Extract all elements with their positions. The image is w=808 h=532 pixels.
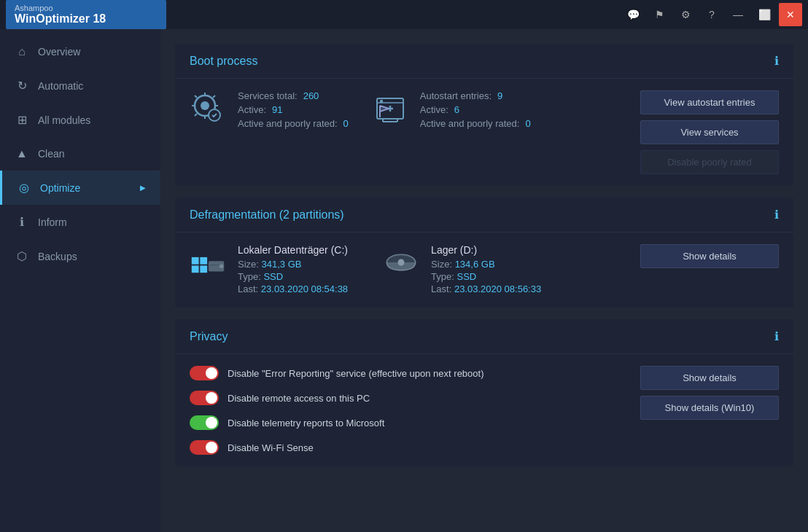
toggle-label-1: Disable remote access on this PC bbox=[228, 393, 370, 404]
sidebar-item-optimize[interactable]: ◎ Optimize ▶ bbox=[0, 171, 160, 205]
sidebar-item-label: Clean bbox=[38, 148, 65, 160]
privacy-show-details-button[interactable]: Show details bbox=[640, 366, 779, 390]
autostart-item: Autostart entries: 9 Active: 6 Active an… bbox=[372, 90, 531, 132]
services-total-label: Services total: bbox=[238, 90, 298, 101]
app-company: Ashampoo bbox=[15, 4, 53, 12]
autostart-poorrated-label: Active and poorly rated: bbox=[420, 118, 520, 129]
drive-d-last-label: Last: bbox=[431, 283, 451, 294]
sidebar-item-label: Automatic bbox=[38, 80, 83, 92]
autostart-entries-value: 9 bbox=[497, 90, 502, 101]
sidebar-item-backups[interactable]: ⬡ Backups bbox=[0, 239, 160, 273]
sidebar: ⌂ Overview ↻ Automatic ⊞ All modules ▲ C… bbox=[0, 29, 160, 532]
drive-c-last-label: Last: bbox=[238, 283, 258, 294]
flag-icon[interactable]: ⚑ bbox=[648, 3, 671, 26]
drive-d-name: Lager (D:) bbox=[431, 244, 541, 256]
boot-info-icon[interactable]: ℹ bbox=[774, 54, 779, 68]
sidebar-item-label: Inform bbox=[38, 216, 67, 228]
disable-poorly-rated-button[interactable]: Disable poorly rated bbox=[640, 150, 779, 174]
toggle-remote-access[interactable] bbox=[190, 391, 219, 405]
chat-icon[interactable]: 💬 bbox=[621, 3, 645, 26]
modules-icon: ⊞ bbox=[15, 113, 29, 127]
drive-c-info: Lokaler Datenträger (C:) Size: 341,3 GB … bbox=[238, 244, 348, 296]
drive-c-last-value: 23.03.2020 08:54:38 bbox=[261, 283, 348, 294]
sidebar-item-label: Backups bbox=[38, 251, 77, 262]
svg-point-10 bbox=[220, 265, 223, 268]
services-active-value: 91 bbox=[272, 104, 282, 115]
toggle-label-2: Disable telemetry reports to Microsoft bbox=[228, 418, 384, 429]
drive-d-type-value: SSD bbox=[457, 271, 477, 282]
drive-d-size-label: Size: bbox=[431, 259, 452, 270]
view-services-button[interactable]: View services bbox=[640, 120, 779, 144]
sidebar-nav: ⌂ Overview ↻ Automatic ⊞ All modules ▲ C… bbox=[0, 29, 160, 532]
clean-icon: ▲ bbox=[15, 147, 29, 160]
sidebar-item-overview[interactable]: ⌂ Overview bbox=[0, 35, 160, 69]
drive-c-name: Lokaler Datenträger (C:) bbox=[238, 244, 348, 256]
help-icon[interactable]: ? bbox=[700, 3, 723, 26]
sidebar-item-clean[interactable]: ▲ Clean bbox=[0, 137, 160, 171]
services-icon bbox=[190, 90, 226, 127]
toggle-error-reporting[interactable] bbox=[190, 366, 219, 380]
services-poorrated-value: 0 bbox=[343, 118, 349, 129]
toggle-telemetry[interactable] bbox=[190, 415, 219, 430]
defrag-info-icon[interactable]: ℹ bbox=[774, 208, 779, 222]
drive-d-size-value: 134,6 GB bbox=[455, 259, 495, 270]
svg-rect-7 bbox=[192, 265, 199, 273]
defragmentation-title: Defragmentation (2 partitions) bbox=[190, 208, 344, 222]
privacy-show-details-win10-button[interactable]: Show details (Win10) bbox=[640, 396, 779, 420]
toggle-row-0: Disable "Error Reporting" service (effec… bbox=[190, 366, 626, 380]
defrag-show-details-button[interactable]: Show details bbox=[640, 244, 779, 268]
boot-process-title: Boot process bbox=[190, 55, 257, 68]
toggle-wifi-sense[interactable] bbox=[190, 440, 219, 455]
services-poorrated-label: Active and poorly rated: bbox=[238, 118, 338, 129]
sidebar-item-automatic[interactable]: ↻ Automatic bbox=[0, 69, 160, 103]
drive-d-info: Lager (D:) Size: 134,6 GB Type: SSD bbox=[431, 244, 541, 296]
minimize-button[interactable]: — bbox=[726, 3, 750, 26]
svg-rect-4 bbox=[380, 100, 383, 103]
boot-process-body: Services total: 260 Active: 91 Active an… bbox=[175, 79, 793, 186]
drive-d-last-value: 23.03.2020 08:56:33 bbox=[454, 283, 541, 294]
privacy-toggles: Disable "Error Reporting" service (effec… bbox=[190, 366, 626, 455]
toggle-thumb bbox=[206, 392, 217, 404]
sidebar-item-label: All modules bbox=[38, 114, 90, 126]
svg-rect-5 bbox=[192, 257, 199, 265]
toggle-thumb bbox=[206, 442, 217, 453]
privacy-section: Privacy ℹ Disable "Error Reporting" serv… bbox=[175, 319, 793, 466]
boot-buttons: View autostart entries View services Dis… bbox=[640, 90, 779, 174]
sidebar-item-inform[interactable]: ℹ Inform bbox=[0, 205, 160, 239]
autostart-active-label: Active: bbox=[420, 104, 448, 115]
autostart-active-value: 6 bbox=[454, 104, 459, 115]
boot-process-section: Boot process ℹ bbox=[175, 44, 793, 186]
drive-c-type-value: SSD bbox=[263, 271, 283, 282]
autostart-poorrated-value: 0 bbox=[525, 118, 530, 129]
home-icon: ⌂ bbox=[15, 45, 29, 58]
drive-c-size-label: Size: bbox=[238, 259, 259, 270]
privacy-buttons: Show details Show details (Win10) bbox=[640, 366, 779, 420]
optimize-icon: ◎ bbox=[17, 181, 31, 195]
maximize-button[interactable]: ⬜ bbox=[753, 3, 776, 26]
close-button[interactable]: ✕ bbox=[779, 3, 802, 26]
defragmentation-header: Defragmentation (2 partitions) ℹ bbox=[175, 197, 793, 232]
autostart-entries-label: Autostart entries: bbox=[420, 90, 492, 101]
settings-icon[interactable]: ⚙ bbox=[674, 3, 697, 26]
toggle-thumb bbox=[206, 417, 217, 429]
privacy-header: Privacy ℹ bbox=[175, 319, 793, 354]
drive-d-icon bbox=[383, 244, 419, 281]
drive-d: Lager (D:) Size: 134,6 GB Type: SSD bbox=[383, 244, 541, 296]
drive-c-icon bbox=[190, 244, 226, 281]
privacy-info-icon[interactable]: ℹ bbox=[774, 329, 779, 343]
svg-rect-8 bbox=[200, 265, 207, 273]
sidebar-item-label: Optimize bbox=[40, 182, 80, 194]
svg-point-1 bbox=[201, 101, 209, 110]
main-content: Boot process ℹ bbox=[160, 29, 808, 532]
backups-icon: ⬡ bbox=[15, 249, 29, 263]
sidebar-item-label: Overview bbox=[38, 46, 80, 58]
drive-c-type-label: Type: bbox=[238, 271, 261, 282]
toggle-row-1: Disable remote access on this PC bbox=[190, 391, 626, 405]
svg-point-13 bbox=[398, 259, 405, 266]
view-autostart-button[interactable]: View autostart entries bbox=[640, 90, 779, 114]
defrag-buttons: Show details bbox=[640, 244, 779, 268]
toggle-row-2: Disable telemetry reports to Microsoft bbox=[190, 415, 626, 430]
autostart-icon bbox=[372, 90, 408, 127]
sidebar-item-allmodules[interactable]: ⊞ All modules bbox=[0, 103, 160, 137]
drive-c: Lokaler Datenträger (C:) Size: 341,3 GB … bbox=[190, 244, 348, 296]
